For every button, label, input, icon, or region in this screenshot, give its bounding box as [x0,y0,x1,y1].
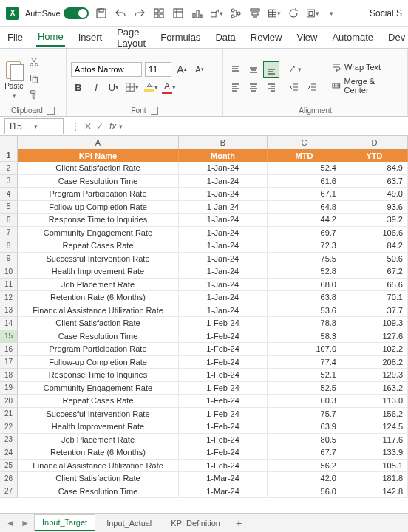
select-all-corner[interactable] [0,136,18,149]
increase-indent-button[interactable] [305,80,319,95]
qat-more-icon[interactable]: ▾ [325,7,339,20]
fbar-dropdown-icon[interactable]: ⋮ [71,121,80,132]
tab-review[interactable]: Review [249,29,284,46]
cell[interactable]: 72.3 [268,239,341,253]
format-painter-button[interactable] [27,87,41,102]
cell[interactable]: 105.1 [341,460,408,473]
qat-share-icon[interactable]: ▾ [210,7,223,20]
cell[interactable]: Successful Intervention Rate [18,253,179,266]
cancel-icon[interactable]: ✕ [84,121,92,132]
cell[interactable]: 58.3 [268,330,341,344]
cell[interactable]: 1-Jan-24 [179,239,268,253]
wrap-text-button[interactable]: Wrap Text [328,61,403,74]
cell[interactable]: 75.7 [268,408,341,421]
row-header[interactable]: 1 [0,149,18,162]
cell[interactable]: Community Engagement Rate [18,382,179,395]
row-header[interactable]: 14 [0,317,18,330]
align-bottom-button[interactable] [263,61,279,78]
undo-icon[interactable] [114,7,127,20]
cell[interactable]: 53.6 [268,304,341,318]
cell[interactable]: 1-Jan-24 [179,175,268,188]
border-button[interactable]: ▾ [124,80,139,95]
cell[interactable]: 65.6 [341,279,408,292]
qat-pivot-icon[interactable] [171,7,185,20]
add-sheet-button[interactable]: + [231,517,246,529]
cell[interactable]: 80.5 [268,434,341,447]
tab-automate[interactable]: Automate [330,29,375,46]
fill-color-button[interactable]: ▾ [142,80,157,95]
align-middle-button[interactable] [245,61,262,78]
col-header-b[interactable]: B [179,136,268,149]
cell[interactable]: 49.0 [341,188,408,201]
row-header[interactable]: 8 [0,239,18,253]
col-header-d[interactable]: D [341,136,408,149]
cell[interactable]: 1-Jan-24 [179,304,268,318]
qat-chart-icon[interactable] [191,7,204,20]
header-cell[interactable]: Month [179,149,268,162]
cell[interactable]: Case Resolution Time [18,175,179,188]
cell[interactable]: 50.6 [341,253,408,266]
header-cell[interactable]: MTD [268,149,341,162]
cell[interactable]: 1-Feb-24 [179,382,268,395]
cell[interactable]: 1-Feb-24 [179,408,268,421]
underline-button[interactable]: U▾ [106,80,121,95]
cell[interactable]: Financial Assistance Utilization Rate [18,304,179,318]
row-header[interactable]: 25 [0,460,18,473]
cell[interactable]: 67.7 [268,446,341,460]
cell[interactable]: Job Placement Rate [18,434,179,447]
sheet-tab-input-actual[interactable]: Input_Actual [98,515,160,531]
font-name-select[interactable] [71,62,142,77]
cell[interactable]: 163.2 [341,382,408,395]
clipboard-launcher[interactable] [47,107,55,115]
row-header[interactable]: 23 [0,434,18,447]
row-header[interactable]: 7 [0,227,18,240]
cell[interactable]: 113.0 [341,395,408,408]
cell[interactable]: 124.5 [341,420,408,434]
row-header[interactable]: 5 [0,201,18,214]
row-header[interactable]: 13 [0,304,18,318]
cell[interactable]: Job Placement Rate [18,279,179,292]
cell[interactable]: 60.3 [268,395,341,408]
autosave-toggle[interactable] [64,7,89,19]
cell[interactable]: 1-Jan-24 [179,253,268,266]
cell[interactable]: 67.1 [268,188,341,201]
row-header[interactable]: 12 [0,291,18,304]
formula-input[interactable] [123,119,408,134]
qat-macro-icon[interactable]: ▾ [306,7,319,20]
qat-refresh-icon[interactable] [287,7,300,20]
cell[interactable]: 67.2 [341,265,408,279]
enter-icon[interactable]: ✓ [96,121,103,132]
cell[interactable]: 42.0 [268,472,341,485]
increase-font-button[interactable]: A▴ [174,62,189,77]
qat-table-icon[interactable]: ▾ [268,7,281,20]
italic-button[interactable]: I [89,80,103,95]
cell[interactable]: 84.2 [341,239,408,253]
cell[interactable]: 129.3 [341,369,408,382]
decrease-font-button[interactable]: A▾ [192,62,207,77]
row-header[interactable]: 17 [0,356,18,369]
qat-filter-icon[interactable] [248,7,262,20]
cell[interactable]: 56.2 [268,460,341,473]
cell[interactable]: 63.8 [268,291,341,304]
cell[interactable]: Client Satisfaction Rate [18,472,179,485]
cell[interactable]: 1-Feb-24 [179,395,268,408]
cell[interactable]: 84.9 [341,162,408,175]
row-header[interactable]: 18 [0,369,18,382]
qat-tree-icon[interactable] [229,7,242,20]
row-header[interactable]: 26 [0,472,18,485]
fx-icon[interactable]: fx [106,121,119,132]
sheet-tab-input-target[interactable]: Input_Target [34,514,95,531]
cell[interactable]: 127.6 [341,330,408,344]
cell[interactable]: Response Time to Inquiries [18,369,179,382]
row-header[interactable]: 27 [0,485,18,499]
font-size-select[interactable] [145,62,171,77]
merge-center-button[interactable]: Merge & Center [328,75,403,96]
font-color-button[interactable]: A▾ [160,80,174,95]
cell[interactable]: 1-Feb-24 [179,343,268,356]
cell[interactable]: 64.8 [268,201,341,214]
cell[interactable]: Retention Rate (6 Months) [18,291,179,304]
cell[interactable]: 1-Jan-24 [179,265,268,279]
col-header-a[interactable]: A [18,136,179,149]
row-header[interactable]: 21 [0,408,18,421]
cell[interactable]: Case Resolution Time [18,330,179,344]
